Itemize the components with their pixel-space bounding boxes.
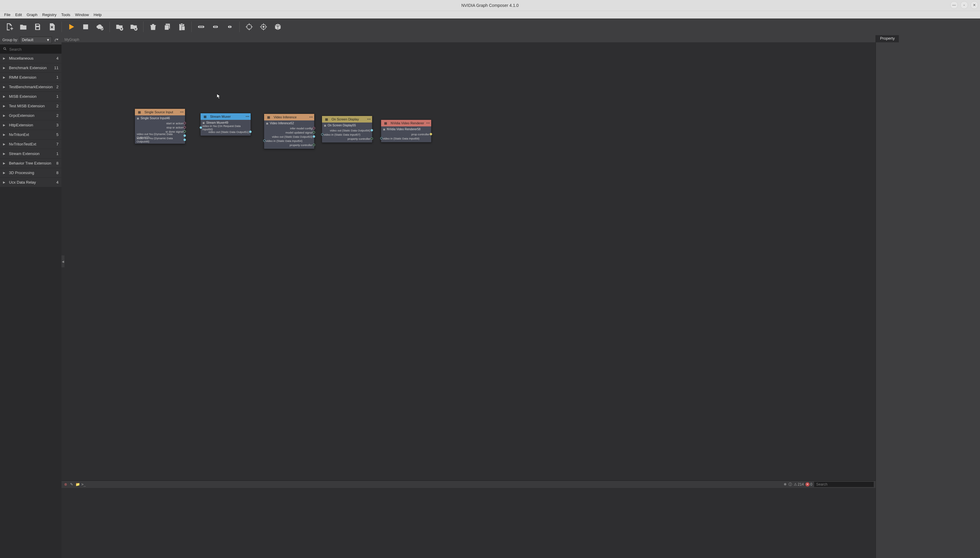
component-search-input[interactable] [9, 47, 59, 52]
output-port[interactable]: model updated signal [266, 130, 313, 135]
menu-graph[interactable]: Graph [24, 12, 40, 18]
sidebar-collapse-handle[interactable]: ◀ [61, 256, 64, 268]
graph-canvas[interactable]: ◀ ▦Single Source Input•••Single Source I… [61, 42, 876, 481]
log-folder-icon[interactable]: 📁 [75, 482, 80, 486]
node-n5[interactable]: ▦NVidia Video Renderer•••NVidia Video Re… [381, 120, 432, 143]
output-port[interactable]: property controller [324, 136, 371, 141]
input-port[interactable]: video in (Static Data Input57) [324, 132, 371, 136]
sidebar-item-test-misb-extension[interactable]: ▶Test MISB Extension2 [0, 101, 61, 111]
menu-help[interactable]: Help [91, 12, 104, 18]
node-header[interactable]: ▦Video Inference••• [264, 114, 314, 120]
toolbar [0, 18, 980, 35]
trash-icon[interactable] [147, 20, 160, 33]
sidebar-item-httpextension[interactable]: ▶HttpExtension3 [0, 120, 61, 130]
save-icon[interactable] [31, 20, 44, 33]
input-port[interactable]: video in (Static Data Input59) [383, 136, 430, 140]
menu-file[interactable]: File [2, 12, 13, 18]
sidebar-item-benchmark-extension[interactable]: ▶Benchmark Extension11 [0, 63, 61, 73]
input-port[interactable]: video in %u (On Request Data Input50) [202, 125, 249, 130]
svg-rect-10 [182, 26, 185, 30]
sidebar-item-miscellaneous[interactable]: ▶Miscellaneous4 [0, 54, 61, 63]
output-port[interactable]: audio out %u (Dynamic Data Output48) [137, 138, 183, 142]
import-right-icon[interactable] [127, 20, 140, 33]
paste-icon[interactable] [175, 20, 188, 33]
sidebar-item-nvtritontestext[interactable]: ▶NvTritonTestExt7 [0, 140, 61, 149]
node-header[interactable]: ▦On Screen Display••• [322, 116, 372, 123]
node-header[interactable]: ▦NVidia Video Renderer••• [381, 120, 431, 126]
log-output[interactable] [61, 488, 876, 558]
output-port[interactable]: infer model config [266, 126, 313, 130]
cube-icon[interactable] [271, 20, 284, 33]
ellipsis3-icon[interactable] [194, 20, 208, 33]
ellipsis2-icon[interactable] [209, 20, 222, 33]
sidebar-item-nvtritonext[interactable]: ▶NvTritonExt5 [0, 130, 61, 140]
node-menu-icon[interactable]: ••• [246, 115, 249, 118]
sidebar-item-label: NvTritonTestExt [9, 142, 56, 146]
node-menu-icon[interactable]: ••• [310, 116, 313, 119]
node-n4[interactable]: ▦On Screen Display•••On Screen Display55… [322, 116, 372, 143]
cloud-sync-icon[interactable] [94, 20, 107, 33]
refresh-icon[interactable] [54, 37, 59, 43]
sidebar-item-rmm-extension[interactable]: ▶RMM Extension1 [0, 73, 61, 82]
open-folder-icon[interactable] [17, 20, 30, 33]
target-icon[interactable] [243, 20, 256, 33]
menu-tools[interactable]: Tools [59, 12, 72, 18]
node-type-icon: ▦ [136, 109, 143, 115]
menu-window[interactable]: Window [73, 12, 91, 18]
log-search-input[interactable] [814, 482, 874, 487]
node-header[interactable]: ▦Single Source Input••• [135, 109, 185, 115]
output-port[interactable]: property controller [266, 143, 313, 147]
play-icon[interactable] [65, 20, 78, 33]
chevron-right-icon: ▶ [3, 85, 6, 89]
output-port[interactable]: video out (Static Data Output51) [202, 130, 249, 134]
tab-mygraph[interactable]: MyGraph [61, 37, 82, 42]
output-port[interactable]: video out (Static Data Output56) [324, 128, 371, 132]
sidebar-item-stream-extension[interactable]: ▶Stream Extension1 [0, 149, 61, 159]
chevron-right-icon: ▶ [3, 104, 6, 108]
sidebar-item-testbenchmarkextension[interactable]: ▶TestBenchmarkExtension2 [0, 82, 61, 92]
svg-rect-15 [213, 26, 218, 28]
copy-icon[interactable] [161, 20, 174, 33]
svg-rect-1 [36, 27, 39, 29]
close-file-icon[interactable] [45, 20, 58, 33]
stop-icon[interactable] [79, 20, 92, 33]
output-port[interactable]: prop controller [383, 132, 430, 136]
window-close-button[interactable]: ✕ [970, 1, 978, 9]
extension-list[interactable]: ▶Miscellaneous4▶Benchmark Extension11▶RM… [0, 54, 61, 558]
sidebar-item-behavior-tree-extension[interactable]: ▶Behavior Tree Extension8 [0, 159, 61, 168]
output-port[interactable]: stop sr action [137, 125, 183, 130]
log-clear-icon[interactable]: ⊗ [63, 482, 68, 486]
window-titlebar: NVIDIA Graph Composer 4.1.0 — ▫ ✕ [0, 0, 980, 11]
import-down-icon[interactable] [113, 20, 126, 33]
output-port[interactable]: start sr action [137, 121, 183, 125]
node-n3[interactable]: ▦Video Inference•••Video Inference52infe… [264, 113, 315, 149]
sidebar-item-grpcextension[interactable]: ▶GrpcExtension2 [0, 111, 61, 120]
new-file-icon[interactable] [2, 20, 15, 33]
menu-edit[interactable]: Edit [13, 12, 24, 18]
sidebar-item-misb-extension[interactable]: ▶MISB Extension1 [0, 92, 61, 101]
node-menu-icon[interactable]: ••• [427, 121, 430, 125]
log-info-icon[interactable]: ⓘ [789, 482, 792, 487]
tab-property[interactable]: Property [876, 35, 899, 42]
input-port[interactable]: video in (Static Data Input54) [266, 139, 313, 143]
output-port[interactable]: video out (Static Data Output53) [266, 135, 313, 139]
node-header[interactable]: ▦Stream Muxer••• [201, 113, 251, 120]
node-menu-icon[interactable]: ••• [180, 111, 184, 113]
group-by-select[interactable]: Default ▼ [20, 37, 52, 43]
window-minimize-button[interactable]: — [950, 1, 958, 9]
svg-point-23 [3, 48, 6, 49]
ellipsis1-icon[interactable] [223, 20, 236, 33]
sidebar-item-ucx-data-relay[interactable]: ▶Ucx Data Relay4 [0, 178, 61, 187]
menu-registry[interactable]: Registry [40, 12, 59, 18]
node-n2[interactable]: ▦Stream Muxer•••Stream Muxer49video in %… [200, 113, 251, 136]
chevron-right-icon: ▶ [3, 76, 6, 79]
sidebar-item-3d-processing[interactable]: ▶3D Processing8 [0, 168, 61, 178]
svg-point-22 [263, 26, 264, 28]
log-snowflake-icon[interactable]: ❄ [784, 482, 787, 486]
node-n1[interactable]: ▦Single Source Input•••Single Source Inp… [135, 108, 185, 144]
node-menu-icon[interactable]: ••• [367, 118, 371, 121]
window-maximize-button[interactable]: ▫ [960, 1, 968, 9]
log-terminal-icon[interactable]: >_ [81, 482, 86, 486]
log-edit-icon[interactable]: ✎ [69, 482, 74, 486]
crosshair-icon[interactable] [257, 20, 270, 33]
